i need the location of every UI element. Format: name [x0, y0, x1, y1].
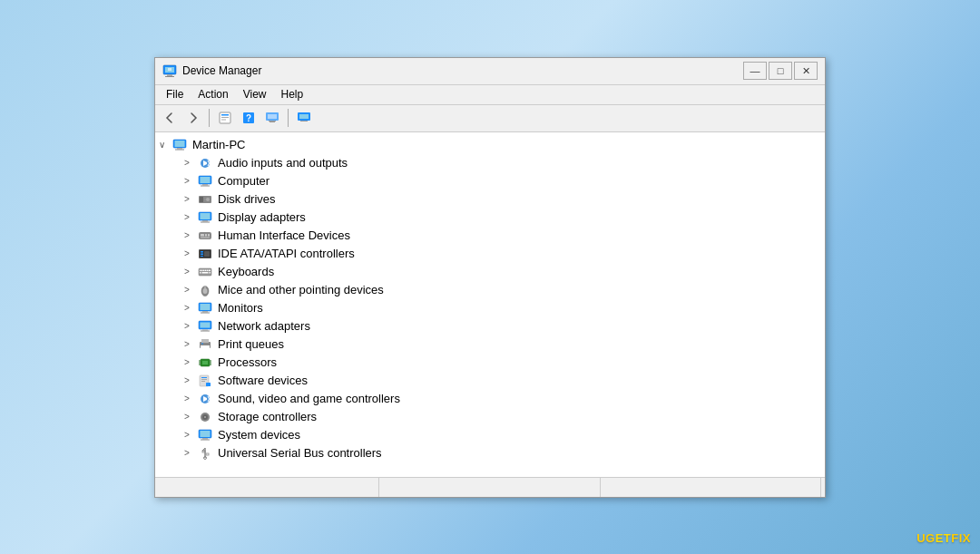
- update-button[interactable]: [293, 108, 315, 128]
- list-item[interactable]: > Monitors: [155, 299, 825, 317]
- help-button[interactable]: ?: [238, 108, 260, 128]
- svg-rect-61: [202, 311, 208, 313]
- svg-rect-91: [201, 439, 210, 440]
- list-item[interactable]: > Disk drives: [155, 190, 825, 209]
- item-label: Print queues: [218, 337, 284, 351]
- status-bar: [155, 477, 825, 497]
- list-item[interactable]: > Universal Serial Bus controllers: [155, 444, 825, 462]
- item-label: Software devices: [218, 374, 308, 387]
- watermark: UGETFIX: [916, 531, 971, 545]
- item-label: Storage controllers: [218, 410, 317, 423]
- list-item[interactable]: > Computer: [155, 172, 825, 190]
- chevron-icon: >: [184, 267, 197, 277]
- system-icon: [197, 428, 213, 442]
- svg-rect-53: [200, 272, 201, 274]
- item-label: Human Interface Devices: [218, 228, 350, 242]
- svg-rect-14: [270, 121, 275, 122]
- item-label: IDE ATA/ATAPI controllers: [218, 247, 355, 260]
- chevron-icon: >: [184, 394, 197, 403]
- software-icon: [197, 374, 213, 388]
- window-controls: — □ ✕: [743, 62, 818, 80]
- app-icon: [162, 63, 177, 78]
- svg-rect-43: [201, 253, 203, 255]
- list-item[interactable]: > Human Interface Devices: [155, 227, 825, 245]
- svg-rect-24: [201, 177, 211, 183]
- scan-button[interactable]: [261, 108, 283, 128]
- svg-rect-19: [175, 141, 185, 147]
- display-icon: [197, 210, 213, 225]
- svg-rect-48: [201, 269, 203, 271]
- disk-icon: [197, 192, 213, 207]
- svg-rect-3: [165, 76, 174, 77]
- toolbar-separator-1: [209, 109, 210, 127]
- forward-button[interactable]: [182, 108, 204, 128]
- maximize-button[interactable]: □: [769, 62, 792, 80]
- processor-icon: [197, 355, 213, 370]
- chevron-icon: >: [184, 412, 197, 422]
- chevron-icon: >: [184, 194, 197, 204]
- back-button[interactable]: [159, 108, 181, 128]
- svg-rect-6: [221, 114, 229, 116]
- root-chevron: ∨: [159, 140, 172, 150]
- item-label: System devices: [218, 428, 300, 442]
- svg-rect-26: [201, 185, 210, 186]
- menu-action[interactable]: Action: [191, 86, 235, 102]
- list-item[interactable]: > Print queues: [155, 335, 825, 354]
- list-item[interactable]: > Audio inputs and outputs: [155, 154, 825, 172]
- keyboard-icon: [197, 265, 213, 279]
- list-item[interactable]: > Processors: [155, 354, 825, 372]
- computer-icon: [197, 174, 213, 189]
- menu-view[interactable]: View: [236, 86, 274, 102]
- network-icon: [197, 319, 213, 334]
- svg-rect-49: [203, 269, 205, 271]
- title-bar: Device Manager — □ ✕: [155, 58, 825, 85]
- list-item[interactable]: > Sound, video and game controllers: [155, 390, 825, 408]
- chevron-icon: >: [184, 321, 197, 331]
- item-label: Processors: [218, 355, 277, 369]
- toolbar: ?: [155, 105, 825, 132]
- svg-rect-72: [202, 361, 208, 364]
- device-tree: ∨ Martin-PC >: [155, 132, 825, 477]
- svg-rect-82: [201, 381, 205, 382]
- svg-rect-66: [201, 330, 210, 331]
- list-item[interactable]: > Network adapters: [155, 317, 825, 335]
- svg-rect-34: [201, 221, 210, 222]
- list-item[interactable]: > Keyboards: [155, 263, 825, 281]
- list-item[interactable]: > IDE ATA/ATAPI controllers: [155, 245, 825, 263]
- close-button[interactable]: ✕: [794, 62, 818, 80]
- minimize-button[interactable]: —: [743, 62, 767, 80]
- svg-rect-65: [202, 329, 208, 330]
- svg-rect-25: [202, 184, 208, 186]
- item-label: Network adapters: [218, 319, 310, 333]
- svg-rect-21: [175, 149, 184, 150]
- chevron-icon: >: [184, 448, 197, 458]
- list-item[interactable]: > System devices: [155, 426, 825, 444]
- list-item[interactable]: > Software devices: [155, 372, 825, 390]
- list-item[interactable]: > Mice and other pointing devices: [155, 281, 825, 299]
- svg-point-29: [206, 198, 210, 201]
- svg-rect-47: [200, 269, 201, 271]
- svg-rect-80: [201, 377, 207, 378]
- window-title: Device Manager: [182, 64, 743, 77]
- list-item[interactable]: > Storage controllers: [155, 408, 825, 426]
- menu-help[interactable]: Help: [274, 86, 311, 102]
- chevron-icon: >: [184, 285, 197, 295]
- svg-rect-64: [201, 322, 211, 327]
- item-label: Disk drives: [218, 192, 276, 206]
- properties-button[interactable]: [214, 108, 236, 128]
- item-label: Computer: [218, 174, 270, 188]
- storage-icon: [197, 410, 213, 424]
- svg-rect-69: [201, 345, 210, 349]
- tree-root-node[interactable]: ∨ Martin-PC: [155, 136, 825, 154]
- content-area: ∨ Martin-PC >: [155, 132, 825, 477]
- menu-bar: File Action View Help: [155, 85, 825, 105]
- chevron-icon: >: [184, 375, 197, 385]
- svg-rect-4: [168, 68, 172, 71]
- svg-rect-30: [204, 199, 206, 199]
- status-segment-3: [601, 478, 821, 497]
- list-item[interactable]: > Display adapters: [155, 209, 825, 227]
- hid-icon: [197, 228, 213, 243]
- toolbar-separator-2: [288, 109, 289, 127]
- menu-file[interactable]: File: [159, 86, 191, 102]
- item-label: Keyboards: [218, 265, 274, 278]
